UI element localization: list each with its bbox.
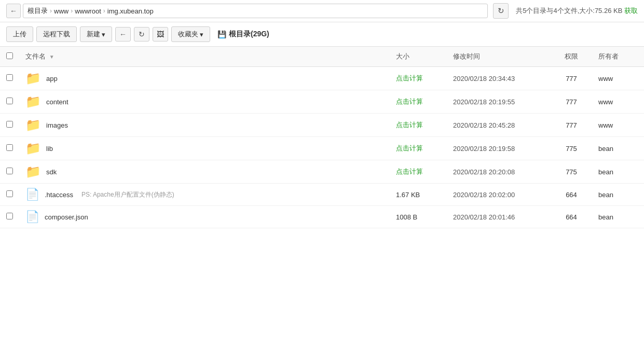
row-checkbox-6[interactable] bbox=[6, 213, 13, 219]
toolbar-back-button[interactable]: ← bbox=[115, 27, 131, 42]
disk-label: 💾 根目录(29G) bbox=[217, 30, 269, 39]
row-owner-1: www bbox=[592, 90, 644, 114]
row-check-3 bbox=[0, 137, 19, 160]
row-name-cell-4: 📁 sdk bbox=[19, 160, 390, 184]
row-mtime-0: 2020/02/18 20:34:43 bbox=[447, 67, 551, 90]
bookmarks-button[interactable]: 收藏夹 ▾ bbox=[171, 26, 210, 42]
name-sort-icon: ▼ bbox=[49, 54, 54, 60]
row-perm-5: 664 bbox=[551, 184, 592, 206]
file-name-4[interactable]: sdk bbox=[46, 168, 57, 176]
breadcrumb-sep-1: › bbox=[50, 7, 52, 15]
bookmarks-label: 收藏夹 bbox=[178, 30, 198, 39]
calc-link-2[interactable]: 点击计算 bbox=[396, 121, 423, 129]
row-perm-2: 777 bbox=[551, 114, 592, 137]
folder-icon-4: 📁 bbox=[25, 165, 41, 178]
row-checkbox-4[interactable] bbox=[6, 168, 13, 174]
new-button[interactable]: 新建 ▾ bbox=[80, 26, 112, 42]
calc-link-1[interactable]: 点击计算 bbox=[396, 98, 423, 105]
new-button-label: 新建 bbox=[87, 30, 100, 39]
row-mtime-2: 2020/02/18 20:45:28 bbox=[447, 114, 551, 137]
row-checkbox-0[interactable] bbox=[6, 74, 13, 81]
calc-link-3[interactable]: 点击计算 bbox=[396, 144, 423, 152]
bookmarks-arrow: ▾ bbox=[200, 31, 203, 38]
breadcrumb-back-btn[interactable]: ← bbox=[6, 4, 21, 18]
row-mtime-3: 2020/02/18 20:19:58 bbox=[447, 137, 551, 160]
row-mtime-4: 2020/02/18 20:20:08 bbox=[447, 160, 551, 184]
breadcrumb-item-www[interactable]: www bbox=[54, 7, 68, 15]
header-name[interactable]: 文件名 ▼ bbox=[19, 47, 390, 67]
breadcrumb-item-root[interactable]: 根目录 bbox=[28, 6, 48, 16]
table-row: 📄 .htaccess PS: Apache用户配置文件(伪静态) 1.67 K… bbox=[0, 184, 644, 206]
row-size-0: 点击计算 bbox=[390, 67, 447, 90]
file-icon-5: 📄 bbox=[25, 189, 39, 200]
row-check-6 bbox=[0, 206, 19, 228]
row-size-2: 点击计算 bbox=[390, 114, 447, 137]
row-check-1 bbox=[0, 90, 19, 114]
breadcrumb-sep-3: › bbox=[103, 7, 105, 15]
row-owner-3: bean bbox=[592, 137, 644, 160]
table-row: 📁 app 点击计算 2020/02/18 20:34:43 777 www bbox=[0, 67, 644, 90]
new-button-arrow: ▾ bbox=[102, 31, 105, 38]
row-owner-5: bean bbox=[592, 184, 644, 206]
file-name-0[interactable]: app bbox=[46, 75, 58, 82]
upload-button[interactable]: 上传 bbox=[6, 26, 33, 42]
calc-link-0[interactable]: 点击计算 bbox=[396, 74, 423, 82]
table-row: 📁 sdk 点击计算 2020/02/18 20:20:08 775 bean bbox=[0, 160, 644, 184]
row-perm-4: 775 bbox=[551, 160, 592, 184]
calc-link-4[interactable]: 点击计算 bbox=[396, 168, 423, 175]
file-name-3[interactable]: lib bbox=[46, 145, 53, 153]
row-size-4: 点击计算 bbox=[390, 160, 447, 184]
row-check-5 bbox=[0, 184, 19, 206]
row-owner-0: www bbox=[592, 67, 644, 90]
row-checkbox-5[interactable] bbox=[6, 190, 13, 197]
file-size-5: 1.67 KB bbox=[396, 191, 420, 199]
header-check bbox=[0, 47, 19, 67]
select-all-checkbox[interactable] bbox=[6, 52, 13, 59]
file-name-5[interactable]: .htaccess bbox=[45, 191, 73, 199]
row-name-cell-2: 📁 images bbox=[19, 114, 390, 137]
breadcrumb-refresh-btn[interactable]: ↻ bbox=[493, 3, 509, 19]
toolbar-refresh-button[interactable]: ↻ bbox=[134, 27, 149, 42]
row-checkbox-2[interactable] bbox=[6, 121, 13, 128]
breadcrumb-item-wwwroot[interactable]: wwwroot bbox=[75, 7, 101, 15]
remote-download-button[interactable]: 远程下载 bbox=[36, 26, 77, 42]
header-perm: 权限 bbox=[551, 47, 592, 67]
breadcrumb-info: 共5个目录与4个文件,大小:75.26 KB 获取 bbox=[516, 6, 638, 16]
toolbar-screenshot-button[interactable]: 🖼 bbox=[153, 27, 168, 42]
file-table: 文件名 ▼ 大小 修改时间 权限 所有者 📁 app bbox=[0, 47, 644, 228]
file-size-6: 1008 B bbox=[396, 213, 417, 221]
breadcrumb-path: 根目录 › www › wwwroot › img.xubean.top bbox=[23, 4, 488, 18]
row-perm-3: 775 bbox=[551, 137, 592, 160]
table-row: 📁 content 点击计算 2020/02/18 20:19:55 777 w… bbox=[0, 90, 644, 114]
file-table-wrapper: 文件名 ▼ 大小 修改时间 权限 所有者 📁 app bbox=[0, 47, 644, 228]
row-owner-6: bean bbox=[592, 206, 644, 228]
row-check-4 bbox=[0, 160, 19, 184]
row-size-1: 点击计算 bbox=[390, 90, 447, 114]
row-mtime-1: 2020/02/18 20:19:55 bbox=[447, 90, 551, 114]
file-icon-6: 📄 bbox=[25, 211, 39, 223]
breadcrumb-sep-2: › bbox=[71, 7, 73, 15]
breadcrumb-bar: ← 根目录 › www › wwwroot › img.xubean.top ↻… bbox=[0, 0, 644, 22]
row-check-2 bbox=[0, 114, 19, 137]
row-name-cell-1: 📁 content bbox=[19, 90, 390, 114]
folder-icon-2: 📁 bbox=[25, 119, 41, 131]
row-check-0 bbox=[0, 67, 19, 90]
row-mtime-5: 2020/02/18 20:02:00 bbox=[447, 184, 551, 206]
row-owner-2: www bbox=[592, 114, 644, 137]
folder-icon-1: 📁 bbox=[25, 95, 41, 108]
row-name-cell-6: 📄 composer.json bbox=[19, 206, 390, 228]
breadcrumb-item-current[interactable]: img.xubean.top bbox=[107, 7, 154, 15]
file-desc-5: PS: Apache用户配置文件(伪静态) bbox=[81, 190, 174, 199]
file-name-6[interactable]: composer.json bbox=[45, 213, 88, 221]
table-row: 📁 images 点击计算 2020/02/18 20:45:28 777 ww… bbox=[0, 114, 644, 137]
breadcrumb-get-link[interactable]: 获取 bbox=[624, 7, 638, 15]
row-checkbox-3[interactable] bbox=[6, 144, 13, 151]
row-mtime-6: 2020/02/18 20:01:46 bbox=[447, 206, 551, 228]
header-owner: 所有者 bbox=[592, 47, 644, 67]
row-checkbox-1[interactable] bbox=[6, 98, 13, 104]
toolbar: 上传 远程下载 新建 ▾ ← ↻ 🖼 收藏夹 ▾ 💾 根目录(29G) bbox=[0, 22, 644, 47]
folder-icon-3: 📁 bbox=[25, 142, 41, 155]
row-name-cell-3: 📁 lib bbox=[19, 137, 390, 160]
file-name-2[interactable]: images bbox=[46, 121, 68, 129]
file-name-1[interactable]: content bbox=[46, 98, 68, 106]
